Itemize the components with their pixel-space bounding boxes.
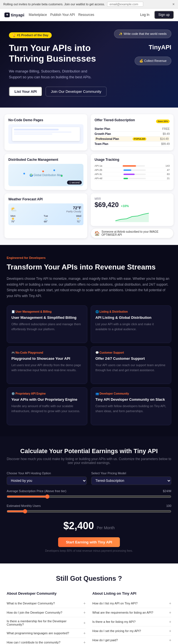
faq-title: Still Got Questions ? bbox=[7, 575, 171, 582]
hero-list-api-button[interactable]: List Your API bbox=[9, 87, 42, 96]
tiered-badge: Save 20% bbox=[156, 120, 170, 123]
feature-card-playground: 🎮 No-Code Playground Playground to Showc… bbox=[7, 346, 87, 384]
pricing-model-col: Select Your Pricing Model Tiered-Subscri… bbox=[91, 472, 171, 485]
usage-calls-3: 83 bbox=[167, 173, 170, 176]
nav-marketplace[interactable]: Marketplace bbox=[29, 13, 47, 17]
weather-preview: ⛅ 72°F Partly Cloudy Mon☀️75° Tue🌧️68° W… bbox=[8, 203, 83, 225]
feature-h3-4: Your APIs with Our Proprietary Engine bbox=[11, 397, 83, 402]
feature-desc-0: Offer different subscription plans and m… bbox=[11, 322, 83, 332]
faq-col-1: About Developer Community What is the De… bbox=[7, 591, 86, 644]
usage-bar-3 bbox=[123, 174, 135, 175]
dev-title: Transform Your APIs into Revenue Streams bbox=[7, 263, 171, 271]
hero-badge: 🏆 #1 Product of the Day bbox=[9, 32, 52, 38]
chevron-icon: + bbox=[83, 640, 86, 644]
banner-text: Rolling out invites to private beta cust… bbox=[3, 3, 105, 6]
calc-options-grid: Choose Your API Hosting Option Hosted by… bbox=[7, 472, 171, 485]
faq-item-c2-1[interactable]: What are the requirements for listing an… bbox=[92, 608, 171, 617]
revenue-card: MRR $69,420 +10% bbox=[91, 193, 174, 226]
faq-item-c2-0[interactable]: How do I list my API on Tiny API?+ bbox=[92, 599, 171, 608]
faq-item-c2-3[interactable]: How do I set the pricing for my API?+ bbox=[92, 626, 171, 636]
faq-item-c1-4[interactable]: How can I contribute to the community?+ bbox=[7, 638, 86, 644]
feature-tag-1: 🌐 Listing & Distribution bbox=[95, 310, 167, 313]
feature-desc-2: Let users test your API directly from th… bbox=[11, 363, 83, 373]
plan-growth: Growth Plan $9.49 bbox=[95, 132, 170, 137]
usage-tracking-card: Usage Tracking API-1a 143 API-2b 47 API-… bbox=[91, 154, 174, 190]
feature-cards-grid: 🧾 User Management & Billing User Managem… bbox=[7, 305, 171, 425]
usage-bar-outer-3 bbox=[123, 174, 146, 175]
price-slider[interactable] bbox=[7, 494, 171, 499]
banner-email-input[interactable] bbox=[107, 2, 143, 7]
feature-h3-3: Offer 24/7 Customer Support bbox=[95, 356, 167, 361]
signup-button[interactable]: Sign up bbox=[154, 11, 174, 19]
navbar: ✦ tinyapi Marketplace Publish Your API R… bbox=[0, 9, 178, 21]
start-earning-button[interactable]: Start Earning with Tiny API bbox=[58, 537, 120, 547]
chevron-icon: + bbox=[169, 629, 171, 633]
notification-icon: 🏠 bbox=[94, 231, 100, 236]
plan-professional: Professional Plan POPULAR $14.49 bbox=[95, 137, 170, 142]
distributed-cache-title: Distributed Cache Management bbox=[8, 158, 83, 162]
hero-pill-1: ✨ Write code that the world needs bbox=[114, 30, 171, 38]
faq-item-c2-2[interactable]: Is there a fee for listing my API?+ bbox=[92, 617, 171, 626]
svg-marker-0 bbox=[115, 213, 149, 222]
feature-h3-5: Tiny API Developer Community on Slack bbox=[95, 397, 167, 402]
dev-section: Engineered for Developers Transform Your… bbox=[0, 245, 178, 436]
no-code-demo-preview bbox=[8, 124, 83, 144]
faq-item-c2-4[interactable]: How do I get paid?+ bbox=[92, 636, 171, 644]
nav-resources[interactable]: Resources bbox=[78, 13, 94, 17]
hosting-label: Choose Your API Hosting Option bbox=[7, 472, 87, 475]
hero-community-button[interactable]: Join Our Developer Community bbox=[46, 87, 107, 96]
revenue-label: MRR bbox=[95, 197, 170, 200]
chevron-icon: + bbox=[83, 631, 86, 635]
calculator-section: Calculate Your Potential Earnings with T… bbox=[0, 436, 178, 563]
price-slider-label: Average Subscription Price (Above free t… bbox=[7, 489, 171, 493]
usage-bar-4 bbox=[123, 178, 128, 179]
revenue-notification-col: MRR $69,420 +10% 🏠 Someone at Airbnb sub… bbox=[91, 193, 174, 238]
faq-section: Still Got Questions ? About Developer Co… bbox=[0, 563, 178, 644]
usage-row-1: API-1a 143 bbox=[95, 164, 170, 168]
users-slider[interactable] bbox=[7, 509, 171, 514]
usage-row-3: API-3c 83 bbox=[95, 172, 170, 176]
chevron-icon: + bbox=[169, 619, 171, 624]
faq-col-2: About Listing on Tiny API How do I list … bbox=[92, 591, 171, 644]
revenue-amount: $69,420 bbox=[95, 201, 119, 209]
feature-tag-3: 💬 Customer Support bbox=[95, 351, 167, 354]
feature-card-listing: 🌐 Listing & Distribution API Listing & G… bbox=[91, 305, 171, 343]
nav-publish[interactable]: Publish Your API bbox=[50, 13, 75, 17]
feature-card-community: 👥 Developer Community Tiny API Developer… bbox=[91, 387, 171, 425]
hero-section: 🏆 #1 Product of the Day Turn Your APIs i… bbox=[0, 21, 178, 108]
plan-team: Team Plan $99.49 bbox=[95, 142, 170, 147]
calculator-subtitle: Discover how much you could make by list… bbox=[7, 457, 171, 465]
feature-desc-4: Handle any amount of traffic with our sc… bbox=[11, 404, 83, 414]
usage-bar-outer-2 bbox=[123, 169, 146, 171]
feature-card-support: 💬 Customer Support Offer 24/7 Customer S… bbox=[91, 346, 171, 384]
faq-item-c1-3[interactable]: What programming languages are supported… bbox=[7, 629, 86, 638]
usage-rows: API-1a 143 API-2b 47 API-3c 83 bbox=[95, 164, 170, 181]
map-visual: 🌍 Global Distribution Map 1 second bbox=[8, 164, 83, 186]
users-slider-label: Estimated Monthly Users 100 bbox=[7, 504, 171, 507]
hosting-option-col: Choose Your API Hosting Option Hosted by… bbox=[7, 472, 87, 485]
faq-item-c1-1[interactable]: How do I join the Developer Community?+ bbox=[7, 608, 86, 617]
login-button[interactable]: Log In bbox=[137, 12, 152, 18]
plans-list: Starter Plan FREE Growth Plan $9.49 Prof… bbox=[95, 127, 170, 147]
bottom-showcase-row: Weather Forecast API ⛅ 72°F Partly Cloud… bbox=[4, 193, 174, 238]
calc-result: $2,400 Per Month bbox=[7, 520, 171, 532]
banner-close-button[interactable]: × bbox=[172, 2, 175, 6]
feature-desc-1: List your API with a single click and ma… bbox=[95, 322, 167, 332]
popular-badge: POPULAR bbox=[133, 137, 146, 140]
usage-api-2: API-2b bbox=[95, 169, 102, 171]
revenue-chart bbox=[95, 211, 170, 222]
faq-item-c1-0[interactable]: What is the Developer Community?+ bbox=[7, 599, 86, 608]
usage-tracking-title: Usage Tracking bbox=[95, 158, 170, 162]
chevron-icon: + bbox=[83, 601, 86, 606]
feature-tag-4: ⚙️ Proprietary API Engine bbox=[11, 392, 83, 395]
usage-row-2: API-2b 47 bbox=[95, 168, 170, 172]
feature-card-engine: ⚙️ Proprietary API Engine Your APIs with… bbox=[7, 387, 87, 425]
calc-period: Per Month bbox=[97, 526, 115, 530]
hero-pill-2: 💰 Collect Revenue bbox=[135, 57, 171, 65]
pricing-select[interactable]: Tiered-Subscription bbox=[91, 477, 171, 485]
hosting-select[interactable]: Hosted by you bbox=[7, 477, 87, 485]
feature-card-billing: 🧾 User Management & Billing User Managem… bbox=[7, 305, 87, 343]
faq-item-c1-2[interactable]: Is there a membership fee for the Develo… bbox=[7, 617, 86, 629]
usage-calls-1: 143 bbox=[165, 164, 170, 167]
usage-bar-outer-4 bbox=[123, 178, 146, 179]
